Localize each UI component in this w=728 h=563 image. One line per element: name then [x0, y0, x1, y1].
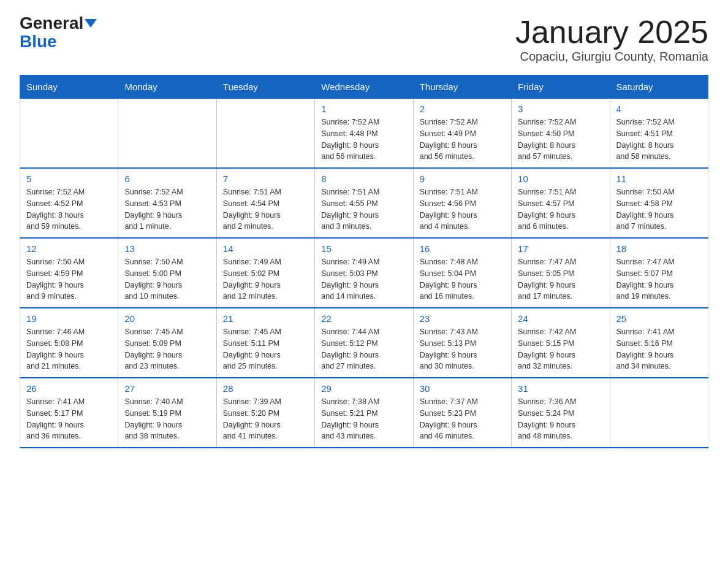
day-info: Sunrise: 7:49 AM Sunset: 5:02 PM Dayligh… [223, 256, 308, 302]
day-info: Sunrise: 7:52 AM Sunset: 4:51 PM Dayligh… [616, 117, 702, 163]
page-header: General Blue January 2025 Copaciu, Giurg… [20, 15, 708, 64]
day-number: 25 [616, 313, 702, 324]
day-info: Sunrise: 7:41 AM Sunset: 5:17 PM Dayligh… [26, 396, 112, 442]
calendar-header-row: SundayMondayTuesdayWednesdayThursdayFrid… [20, 75, 708, 99]
weekday-header: Friday [512, 75, 610, 99]
day-number: 4 [616, 104, 702, 114]
day-info: Sunrise: 7:48 AM Sunset: 5:04 PM Dayligh… [420, 256, 505, 302]
day-info: Sunrise: 7:44 AM Sunset: 5:12 PM Dayligh… [321, 326, 406, 372]
day-info: Sunrise: 7:45 AM Sunset: 5:11 PM Dayligh… [223, 326, 308, 372]
day-number: 8 [321, 174, 406, 184]
weekday-header: Tuesday [216, 75, 314, 99]
day-number: 20 [124, 313, 210, 324]
day-info: Sunrise: 7:47 AM Sunset: 5:07 PM Dayligh… [616, 256, 702, 302]
calendar-week-row: 12Sunrise: 7:50 AM Sunset: 4:59 PM Dayli… [20, 238, 708, 308]
day-info: Sunrise: 7:42 AM Sunset: 5:15 PM Dayligh… [518, 326, 603, 372]
day-number: 22 [321, 313, 406, 324]
day-number: 10 [518, 174, 603, 184]
calendar-cell: 18Sunrise: 7:47 AM Sunset: 5:07 PM Dayli… [610, 238, 708, 308]
calendar-cell: 15Sunrise: 7:49 AM Sunset: 5:03 PM Dayli… [315, 238, 413, 308]
calendar-cell: 1Sunrise: 7:52 AM Sunset: 4:48 PM Daylig… [315, 99, 413, 169]
day-number: 5 [26, 174, 112, 184]
day-number: 18 [616, 243, 702, 254]
calendar-cell: 4Sunrise: 7:52 AM Sunset: 4:51 PM Daylig… [610, 99, 708, 169]
weekday-header: Thursday [413, 75, 511, 99]
day-number: 14 [223, 243, 308, 254]
day-number: 28 [223, 383, 308, 394]
day-number: 17 [518, 243, 603, 254]
page-title: January 2025 [515, 15, 708, 50]
day-info: Sunrise: 7:51 AM Sunset: 4:55 PM Dayligh… [321, 186, 406, 232]
day-info: Sunrise: 7:50 AM Sunset: 5:00 PM Dayligh… [124, 256, 210, 302]
day-number: 30 [420, 383, 505, 394]
calendar-cell: 23Sunrise: 7:43 AM Sunset: 5:13 PM Dayli… [413, 308, 511, 378]
logo-general-row: General [20, 15, 97, 32]
day-number: 6 [124, 174, 210, 184]
calendar-cell: 22Sunrise: 7:44 AM Sunset: 5:12 PM Dayli… [315, 308, 413, 378]
day-number: 7 [223, 174, 308, 184]
calendar-cell: 2Sunrise: 7:52 AM Sunset: 4:49 PM Daylig… [413, 99, 511, 169]
calendar-cell: 30Sunrise: 7:37 AM Sunset: 5:23 PM Dayli… [413, 378, 511, 448]
calendar-table: SundayMondayTuesdayWednesdayThursdayFrid… [20, 75, 708, 448]
calendar-cell: 25Sunrise: 7:41 AM Sunset: 5:16 PM Dayli… [610, 308, 708, 378]
day-number: 29 [321, 383, 406, 394]
calendar-cell: 26Sunrise: 7:41 AM Sunset: 5:17 PM Dayli… [20, 378, 118, 448]
day-info: Sunrise: 7:51 AM Sunset: 4:56 PM Dayligh… [420, 186, 505, 232]
day-number: 31 [518, 383, 603, 394]
calendar-week-row: 1Sunrise: 7:52 AM Sunset: 4:48 PM Daylig… [20, 99, 708, 169]
calendar-cell: 14Sunrise: 7:49 AM Sunset: 5:02 PM Dayli… [216, 238, 314, 308]
day-info: Sunrise: 7:45 AM Sunset: 5:09 PM Dayligh… [124, 326, 210, 372]
calendar-cell [20, 99, 118, 169]
day-info: Sunrise: 7:51 AM Sunset: 4:57 PM Dayligh… [518, 186, 603, 232]
title-block: January 2025 Copaciu, Giurgiu County, Ro… [515, 15, 708, 64]
day-number: 9 [420, 174, 505, 184]
calendar-cell: 6Sunrise: 7:52 AM Sunset: 4:53 PM Daylig… [118, 168, 216, 238]
calendar-cell: 5Sunrise: 7:52 AM Sunset: 4:52 PM Daylig… [20, 168, 118, 238]
day-info: Sunrise: 7:52 AM Sunset: 4:52 PM Dayligh… [26, 186, 112, 232]
day-number: 27 [124, 383, 210, 394]
calendar-cell: 19Sunrise: 7:46 AM Sunset: 5:08 PM Dayli… [20, 308, 118, 378]
calendar-cell: 12Sunrise: 7:50 AM Sunset: 4:59 PM Dayli… [20, 238, 118, 308]
day-info: Sunrise: 7:52 AM Sunset: 4:53 PM Dayligh… [124, 186, 210, 232]
day-info: Sunrise: 7:50 AM Sunset: 4:58 PM Dayligh… [616, 186, 702, 232]
calendar-cell: 11Sunrise: 7:50 AM Sunset: 4:58 PM Dayli… [610, 168, 708, 238]
weekday-header: Sunday [20, 75, 118, 99]
calendar-cell [118, 99, 216, 169]
day-number: 2 [420, 104, 505, 114]
logo-blue-text: Blue [20, 32, 57, 52]
day-number: 24 [518, 313, 603, 324]
calendar-cell: 29Sunrise: 7:38 AM Sunset: 5:21 PM Dayli… [315, 378, 413, 448]
day-number: 3 [518, 104, 603, 114]
day-info: Sunrise: 7:40 AM Sunset: 5:19 PM Dayligh… [124, 396, 210, 442]
calendar-cell: 24Sunrise: 7:42 AM Sunset: 5:15 PM Dayli… [512, 308, 610, 378]
calendar-week-row: 19Sunrise: 7:46 AM Sunset: 5:08 PM Dayli… [20, 308, 708, 378]
day-info: Sunrise: 7:49 AM Sunset: 5:03 PM Dayligh… [321, 256, 406, 302]
calendar-cell: 9Sunrise: 7:51 AM Sunset: 4:56 PM Daylig… [413, 168, 511, 238]
page-subtitle: Copaciu, Giurgiu County, Romania [515, 50, 708, 64]
calendar-week-row: 26Sunrise: 7:41 AM Sunset: 5:17 PM Dayli… [20, 378, 708, 448]
day-number: 1 [321, 104, 406, 114]
calendar-cell: 28Sunrise: 7:39 AM Sunset: 5:20 PM Dayli… [216, 378, 314, 448]
day-number: 26 [26, 383, 112, 394]
day-info: Sunrise: 7:52 AM Sunset: 4:49 PM Dayligh… [420, 117, 505, 163]
logo: General Blue [20, 15, 97, 52]
calendar-cell: 7Sunrise: 7:51 AM Sunset: 4:54 PM Daylig… [216, 168, 314, 238]
day-info: Sunrise: 7:50 AM Sunset: 4:59 PM Dayligh… [26, 256, 112, 302]
calendar-cell: 21Sunrise: 7:45 AM Sunset: 5:11 PM Dayli… [216, 308, 314, 378]
day-number: 19 [26, 313, 112, 324]
logo-triangle-icon [85, 19, 97, 28]
calendar-cell: 10Sunrise: 7:51 AM Sunset: 4:57 PM Dayli… [512, 168, 610, 238]
day-info: Sunrise: 7:47 AM Sunset: 5:05 PM Dayligh… [518, 256, 603, 302]
day-info: Sunrise: 7:38 AM Sunset: 5:21 PM Dayligh… [321, 396, 406, 442]
calendar-cell: 27Sunrise: 7:40 AM Sunset: 5:19 PM Dayli… [118, 378, 216, 448]
calendar-cell: 20Sunrise: 7:45 AM Sunset: 5:09 PM Dayli… [118, 308, 216, 378]
day-number: 12 [26, 243, 112, 254]
day-number: 15 [321, 243, 406, 254]
weekday-header: Wednesday [315, 75, 413, 99]
day-number: 21 [223, 313, 308, 324]
calendar-cell: 3Sunrise: 7:52 AM Sunset: 4:50 PM Daylig… [512, 99, 610, 169]
day-info: Sunrise: 7:51 AM Sunset: 4:54 PM Dayligh… [223, 186, 308, 232]
weekday-header: Saturday [610, 75, 708, 99]
calendar-cell: 17Sunrise: 7:47 AM Sunset: 5:05 PM Dayli… [512, 238, 610, 308]
calendar-cell [216, 99, 314, 169]
